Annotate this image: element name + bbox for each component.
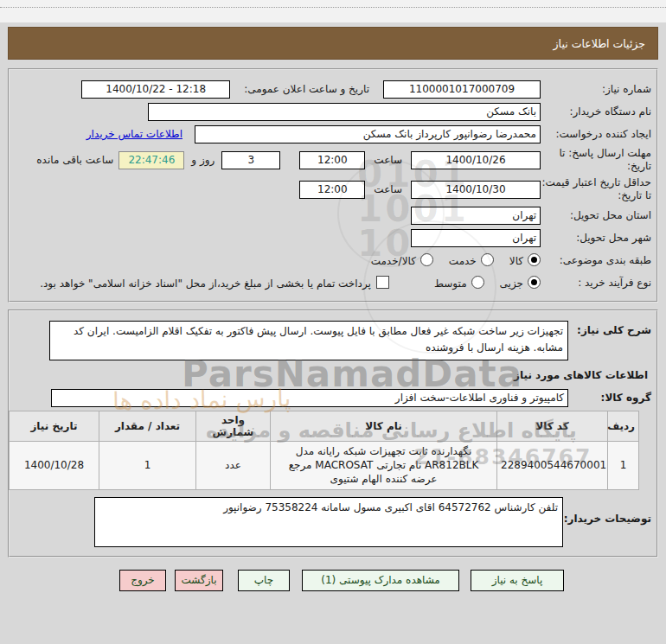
subject-class-row: طبقه بندی موضوعی: کالا خدمت کالا/خدمت [15,251,651,270]
buyer-notes-label: توضیحات خریدار: [563,497,651,526]
subject-class-option-goods[interactable]: کالا [509,253,541,267]
remaining-time-counter: 22:47:46 [118,151,184,169]
col-row-index: ردیف [608,411,639,442]
respond-to-need-button[interactable]: پاسخ به نیاز [471,570,564,591]
subject-class-label: طبقه بندی موضوعی: [541,254,651,267]
price-validity-time-field: 12:00 [299,181,365,199]
remaining-days-field: 3 [221,151,280,169]
page-title: جزئیات اطلاعات نیاز [554,37,645,50]
cell-quantity: 1 [99,442,196,490]
reply-deadline-hour-label: ساعت [374,154,402,166]
option-label: کالا/خدمت [371,255,416,267]
goods-group-row: گروه کالا: کامپیوتر و فناوری اطلاعات-سخت… [15,388,651,407]
top-divider [0,0,666,22]
cell-goods-code: 2289400544670001 [497,442,608,490]
buyer-notes-row: توضیحات خریدار: تلفن کارشناس 64572762 اق… [15,497,651,547]
col-need-date: تاریخ نیاز [10,411,99,442]
cell-row-index: 1 [608,442,639,490]
subject-class-option-goods-service[interactable]: کالا/خدمت [371,253,433,267]
delivery-city-field: تهران [411,229,541,247]
buyer-org-label: نام دستگاه خریدار: [541,105,651,118]
option-label: کالا [509,255,523,267]
purchase-process-option-medium[interactable]: متوسط [434,276,484,290]
goods-section-title: اطلاعات کالاهای مورد نیاز [18,369,648,381]
need-number-row: شماره نیاز: 1100001017000709 تاریخ و ساع… [15,80,651,99]
col-unit: واحد شمارش [196,411,271,442]
goods-table-header-row: ردیف کد کالا نام کالا واحد شمارش تعداد /… [10,411,639,442]
price-validity-hour-label: ساعت [374,183,402,195]
radio-selected-icon[interactable] [528,276,541,289]
need-info-panel: شماره نیاز: 1100001017000709 تاریخ و ساع… [8,68,658,303]
checkbox-icon[interactable] [376,276,389,289]
creator-field: محمدرضا رضوانپور کارپرداز بانک مسکن [195,125,541,143]
table-row: 1 2289400544670001 نگهدارنده ثابت تجهیزا… [10,442,639,490]
delivery-province-field: تهران [411,207,541,225]
goods-info-panel: شرح کلی نیاز: تجهیزات زیر ساخت شبکه غیر … [8,309,658,558]
treasury-docs-checkbox-label: پرداخت تمام یا بخشی از مبلغ خرید،از محل … [40,277,371,290]
delivery-province-row: استان محل تحویل: تهران [15,206,651,225]
price-validity-row: حداقل تاریخ اعتبار قیمت: تا تاریخ: 1400/… [15,176,651,202]
radio-icon[interactable] [420,253,433,266]
announce-datetime-field: 1400/10/22 - 12:18 [81,80,230,99]
need-description-field: تجهیزات زیر ساخت شبکه غیر فعال مطابق با … [49,321,568,360]
buyer-notes-field: تلفن کارشناس 64572762 اقای اکبیری مسول س… [94,497,563,547]
goods-table: ردیف کد کالا نام کالا واحد شمارش تعداد /… [9,411,639,490]
print-button[interactable]: چاپ [238,570,290,591]
radio-selected-icon[interactable] [528,253,541,266]
need-description-row: شرح کلی نیاز: تجهیزات زیر ساخت شبکه غیر … [15,321,651,360]
subject-class-option-service[interactable]: خدمت [449,253,494,267]
reply-deadline-date-field: 1400/10/26 [411,151,541,169]
buyer-contact-link[interactable]: اطلاعات تماس خریدار [86,128,183,140]
purchase-process-option-minor[interactable]: جزیی [500,276,541,290]
remaining-time-label: ساعت باقی مانده [36,154,113,166]
cell-unit: عدد [196,442,271,490]
delivery-province-label: استان محل تحویل: [541,209,651,222]
reply-deadline-row: مهلت ارسال پاسخ: تا تاریخ: 1400/10/26 سا… [15,147,651,173]
reply-deadline-label: مهلت ارسال پاسخ: تا تاریخ: [541,147,651,173]
radio-icon[interactable] [481,253,494,266]
purchase-process-label: نوع فرآیند خرید : [541,277,651,290]
creator-row: ایجاد کننده درخواست: محمدرضا رضوانپور کا… [15,124,651,143]
radio-icon[interactable] [471,276,484,289]
option-label: جزیی [500,277,523,290]
need-number-field: 1100001017000709 [383,80,541,99]
remaining-days-label: روز و [191,154,215,166]
price-validity-date-field: 1400/10/30 [411,181,541,199]
buyer-org-field: بانک مسکن [148,103,541,121]
announce-datetime-label: تاریخ و ساعت اعلان عمومی: [244,83,369,95]
col-goods-code: کد کالا [497,411,608,442]
goods-group-label: گروه کالا: [568,392,651,405]
creator-label: ایجاد کننده درخواست: [541,128,651,141]
option-label: خدمت [449,255,477,267]
exit-button[interactable]: خروج [119,570,166,591]
back-button[interactable]: بازگشت [175,570,223,591]
cell-need-date: 1400/10/28 [10,442,99,490]
purchase-process-row: نوع فرآیند خرید : جزیی متوسط پرداخت تمام… [15,273,651,292]
goods-group-field: کامپیوتر و فناوری اطلاعات-سخت افزار [51,389,568,407]
buyer-org-row: نام دستگاه خریدار: بانک مسکن [15,102,651,121]
page-title-bar: جزئیات اطلاعات نیاز [8,27,658,60]
delivery-city-label: شهر محل تحویل: [541,232,651,245]
col-quantity: تعداد / مقدار [99,411,196,442]
reply-deadline-time-field: 12:00 [299,151,365,169]
price-validity-label: حداقل تاریخ اعتبار قیمت: تا تاریخ: [541,176,651,202]
action-button-row: خروج بازگشت چاپ مشاهده مدارک پیوستی (1) … [0,570,666,591]
treasury-docs-checkbox-group[interactable]: پرداخت تمام یا بخشی از مبلغ خرید،از محل … [40,276,389,290]
need-description-label: شرح کلی نیاز: [568,321,651,337]
need-number-label: شماره نیاز: [541,83,651,96]
delivery-city-row: شهر محل تحویل: تهران [15,228,651,247]
col-goods-name: نام کالا [271,411,497,442]
option-label: متوسط [434,277,467,290]
view-attachments-button[interactable]: مشاهده مدارک پیوستی (1) [302,570,459,591]
cell-goods-name: نگهدارنده ثابت تجهیزات شبکه رایانه مدل A… [271,442,497,490]
